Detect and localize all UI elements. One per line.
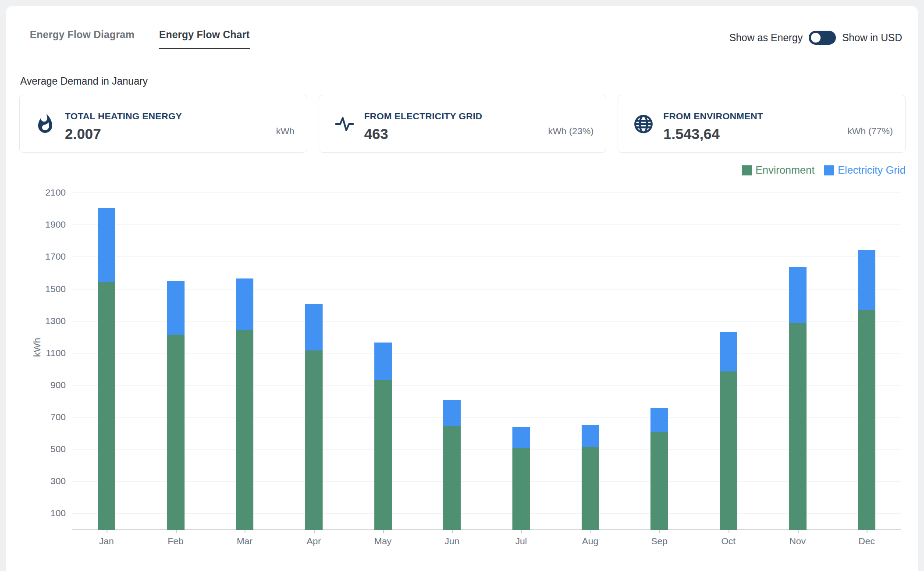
card-total-heating-energy: TOTAL HEATING ENERGY 2.007 kWh (19, 95, 307, 153)
toggle-label-usd: Show in USD (842, 32, 902, 44)
environment-segment[interactable] (167, 335, 185, 530)
card-unit: kWh (77%) (847, 126, 893, 136)
tab-bar: Energy Flow Diagram Energy Flow Chart (30, 29, 250, 49)
x-tick (314, 530, 315, 533)
x-tick (176, 530, 177, 533)
stacked-bar-dec[interactable] (858, 250, 875, 530)
x-tick (383, 530, 384, 533)
y-tick-label: 1700 (45, 251, 66, 262)
stacked-bar-jun[interactable] (443, 400, 461, 530)
environment-segment[interactable] (858, 310, 875, 530)
bar-columns: JanFebMarAprMayJunJulAugSepOctNovDec (72, 184, 901, 530)
y-tick-label: 500 (50, 444, 66, 454)
bar-column-nov: Nov (763, 184, 832, 530)
chart-legend: Environment Electricity Grid (742, 164, 906, 176)
stacked-bar-may[interactable] (374, 343, 392, 530)
stacked-bar-apr[interactable] (305, 304, 323, 530)
main-panel: Energy Flow Diagram Energy Flow Chart Sh… (6, 6, 918, 571)
x-tick (107, 530, 107, 533)
y-tick-label: 2100 (45, 187, 66, 198)
y-axis-label: kWh (32, 338, 43, 357)
electricity-grid-segment[interactable] (650, 408, 668, 432)
y-tick-label: 300 (50, 476, 66, 486)
bar-column-may: May (348, 184, 418, 530)
y-tick-label: 1300 (45, 316, 66, 326)
environment-segment[interactable] (582, 447, 599, 530)
x-tick (729, 530, 729, 533)
x-tick (521, 530, 522, 533)
x-tick (659, 530, 660, 533)
x-tick (590, 530, 591, 533)
environment-segment[interactable] (789, 323, 807, 530)
electricity-grid-segment[interactable] (305, 304, 323, 350)
electricity-grid-segment[interactable] (582, 425, 599, 447)
x-tick-label: Apr (307, 536, 321, 546)
toggle-label-energy: Show as Energy (729, 32, 803, 44)
page: Energy Flow Diagram Energy Flow Chart Sh… (0, 0, 924, 571)
y-tick-label: 1500 (45, 284, 66, 294)
stacked-bar-chart: kWh 210019001700150013001100900700500300… (19, 184, 906, 561)
environment-segment[interactable] (650, 432, 668, 530)
electricity-grid-segment[interactable] (374, 343, 392, 380)
environment-segment[interactable] (98, 282, 115, 530)
electricity-grid-segment[interactable] (512, 427, 530, 449)
bar-column-feb: Feb (141, 184, 210, 530)
tab-energy-flow-chart[interactable]: Energy Flow Chart (159, 29, 250, 49)
bar-column-oct: Oct (694, 184, 763, 530)
bar-column-sep: Sep (625, 184, 694, 530)
bar-column-aug: Aug (556, 184, 625, 530)
card-unit: kWh (276, 126, 295, 136)
bar-column-apr: Apr (279, 184, 348, 530)
electricity-grid-segment[interactable] (789, 267, 807, 323)
environment-segment[interactable] (443, 426, 461, 530)
tab-energy-flow-diagram[interactable]: Energy Flow Diagram (30, 29, 135, 48)
stacked-bar-mar[interactable] (236, 278, 253, 530)
x-tick (798, 530, 799, 533)
x-tick (452, 530, 453, 533)
x-tick-label: Mar (237, 536, 252, 546)
stacked-bar-feb[interactable] (167, 281, 185, 530)
stacked-bar-oct[interactable] (720, 332, 737, 530)
x-tick-label: Dec (859, 536, 875, 546)
card-from-electricity-grid: FROM ELECTRICITY GRID 463 kWh (23%) (319, 95, 607, 153)
stacked-bar-jul[interactable] (512, 427, 530, 530)
stacked-bar-nov[interactable] (789, 267, 807, 530)
stacked-bar-jan[interactable] (98, 208, 115, 530)
globe-icon (633, 114, 654, 135)
environment-segment[interactable] (512, 448, 530, 530)
environment-segment[interactable] (374, 380, 392, 530)
electricity-grid-segment[interactable] (443, 400, 461, 426)
x-tick (245, 530, 245, 533)
environment-segment[interactable] (720, 371, 737, 530)
environment-segment[interactable] (236, 330, 253, 530)
flame-icon (35, 114, 56, 135)
x-tick-label: Oct (721, 536, 736, 546)
y-tick-label: 1900 (45, 219, 66, 230)
bar-column-dec: Dec (832, 184, 901, 530)
electricity-grid-segment[interactable] (167, 281, 185, 335)
x-tick (867, 530, 867, 533)
y-tick-label: 900 (50, 380, 66, 390)
card-title: TOTAL HEATING ENERGY (65, 111, 228, 121)
y-tick-label: 1100 (46, 348, 66, 358)
card-value: 1.543,64 (663, 126, 826, 143)
legend-item-environment[interactable]: Environment (742, 164, 815, 176)
environment-segment[interactable] (305, 350, 323, 530)
x-tick-label: May (374, 536, 392, 546)
card-from-environment: FROM ENVIRONMENT 1.543,64 kWh (77%) (618, 95, 906, 153)
electricity-grid-segment[interactable] (720, 332, 737, 371)
bar-column-mar: Mar (210, 184, 279, 530)
stacked-bar-aug[interactable] (582, 425, 599, 530)
electricity-grid-segment[interactable] (236, 278, 253, 331)
electricity-grid-segment[interactable] (858, 250, 875, 310)
stacked-bar-sep[interactable] (650, 408, 668, 530)
legend-item-electricity-grid[interactable]: Electricity Grid (824, 164, 906, 176)
x-tick-label: Jul (515, 536, 527, 546)
electricity-grid-segment[interactable] (98, 208, 115, 282)
electricity-grid-swatch (824, 165, 834, 175)
energy-usd-toggle[interactable] (809, 31, 836, 45)
x-tick-label: Nov (789, 536, 806, 546)
card-unit: kWh (23%) (548, 126, 593, 136)
x-tick-label: Jan (99, 536, 114, 546)
card-value: 463 (364, 126, 527, 143)
